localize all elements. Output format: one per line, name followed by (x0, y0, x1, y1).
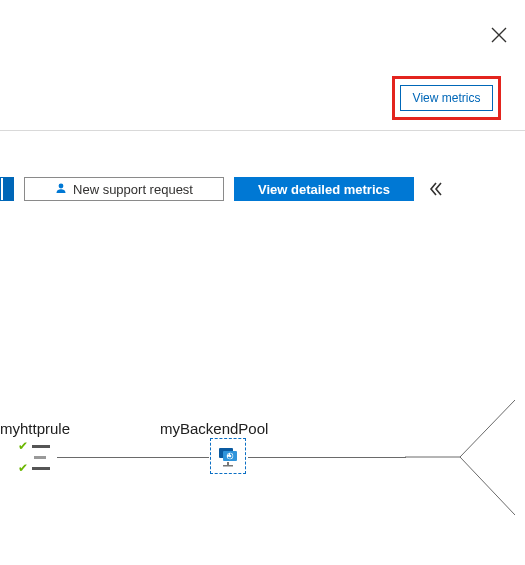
close-icon (491, 27, 507, 43)
diagram-branch (405, 395, 515, 520)
person-icon (55, 182, 67, 197)
view-metrics-button[interactable]: View metrics (400, 85, 494, 111)
diagram-connector (248, 457, 406, 458)
check-icon: ✔ (18, 440, 28, 452)
new-support-request-button[interactable]: New support request (24, 177, 224, 201)
new-support-request-label: New support request (73, 182, 193, 197)
check-icon: ✔ (18, 462, 28, 474)
diagram-rule-label: myhttprule (0, 420, 70, 437)
backend-pool-node[interactable] (210, 438, 246, 474)
server-icon (217, 445, 239, 467)
svg-point-0 (59, 183, 64, 188)
view-detailed-metrics-button[interactable]: View detailed metrics (234, 177, 414, 201)
toolbar-partial-button[interactable] (0, 177, 14, 201)
diagram-pool-label: myBackendPool (160, 420, 268, 437)
chevron-double-left-icon (428, 181, 444, 197)
svg-rect-3 (227, 462, 229, 465)
header-divider (0, 130, 525, 131)
collapse-button[interactable] (428, 181, 444, 197)
rule-icon[interactable]: ✔ ✔ (18, 442, 50, 475)
view-metrics-highlight: View metrics (392, 76, 501, 120)
svg-rect-4 (223, 465, 233, 467)
diagram-connector (57, 457, 209, 458)
close-button[interactable] (486, 22, 512, 48)
toolbar: New support request View detailed metric… (0, 177, 525, 201)
